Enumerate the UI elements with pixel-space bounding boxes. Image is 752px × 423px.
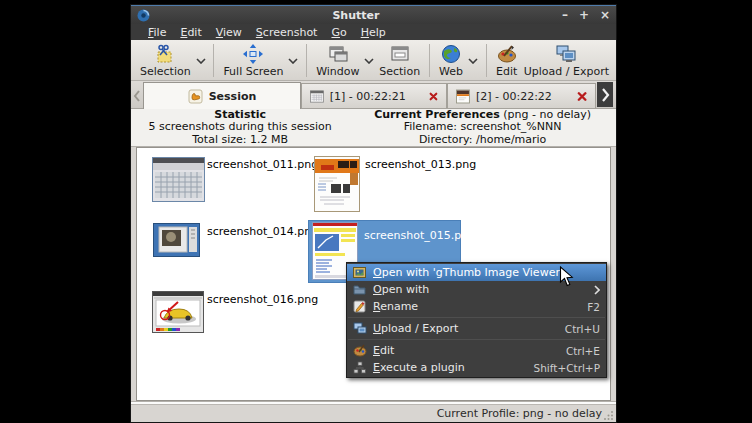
tab-bar: Session [1] - 00:22:21 [131,81,616,109]
shortcut-label: F2 [587,301,600,313]
open-with-folder-icon [352,283,367,296]
window-capture-icon [327,43,349,65]
current-profile-status: Current Profile: png - no delay [437,407,602,420]
session-tab-icon [188,89,203,104]
shutter-logo-icon [137,9,150,22]
menu-view[interactable]: View [209,26,249,39]
tab-session[interactable]: Session [143,82,301,109]
tab-scroll-left-icon[interactable] [131,84,143,108]
resize-grip[interactable] [604,410,614,420]
statistic-count: 5 screenshots during this session [131,121,349,134]
statistic-total-size: Total size: 1.2 MB [131,134,349,147]
edit-icon [496,43,518,65]
menu-screenshot[interactable]: Screenshot [249,26,325,39]
maximize-button[interactable]: + [579,9,589,21]
title-bar[interactable]: Shutter – + × [131,5,616,24]
screenshot-014-thumbnail[interactable] [153,223,200,257]
tab-screenshot-1[interactable]: [1] - 00:22:21 [301,83,447,108]
toolbar-separator [486,44,487,77]
plugin-diagram-icon [352,361,367,374]
tab-1-label: [1] - 00:22:21 [330,90,406,103]
window-capture-button[interactable]: Window [313,41,362,80]
toolbar-separator [213,44,214,77]
session-statistics-panel: Statistic 5 screenshots during this sess… [131,109,616,147]
edit-button[interactable]: Edit [493,41,521,80]
web-capture-icon [440,43,462,65]
desktop-background: Shutter – + × File Edit View Screenshot … [0,0,752,423]
selection-dropdown-chevron-icon[interactable] [194,41,208,80]
status-bar: Current Profile: png - no delay [131,404,616,422]
upload-export-button[interactable]: Upload / Export [521,41,612,80]
menu-help[interactable]: Help [354,26,393,39]
menu-item-upload-export[interactable]: Upload / Export Ctrl+U [347,320,606,337]
edit-palette-icon [352,344,367,357]
preferences-filename: Filename: screenshot_%NNN [349,121,616,134]
menu-bar: File Edit View Screenshot Go Help [131,24,616,40]
menu-item-edit[interactable]: Edit Ctrl+E [347,342,606,359]
tab-scroll-right-icon[interactable] [597,82,613,107]
menu-go[interactable]: Go [324,26,353,39]
selection-capture-icon [154,43,176,65]
menu-edit[interactable]: Edit [173,26,208,39]
tab-2-close-icon[interactable] [577,91,587,102]
web-dropdown-chevron-icon[interactable] [466,41,480,80]
menu-separator [348,339,605,340]
menu-item-execute-plugin[interactable]: Execute a plugin Shift+Ctrl+P [347,359,606,376]
tab-1-close-icon[interactable] [429,91,438,102]
file-label[interactable]: screenshot_014.png [207,225,318,238]
gthumb-icon [352,266,367,279]
rename-pencil-icon [352,300,367,313]
file-label[interactable]: screenshot_013.png [365,158,476,171]
shortcut-label: Ctrl+E [566,345,600,357]
selection-capture-button[interactable]: Selection [137,41,194,80]
shortcut-label: Shift+Ctrl+P [534,362,600,374]
current-preferences-title: Current Preferences [374,108,500,121]
screenshot-011-thumbnail[interactable] [152,157,205,202]
tab-2-thumbnail-icon [456,89,470,104]
toolbar-separator [306,44,307,77]
close-button[interactable]: × [600,9,610,21]
capture-toolbar: Selection Full Screen [131,40,616,81]
file-label[interactable]: screenshot_011.png [207,158,318,171]
statistic-title: Statistic [214,108,266,121]
submenu-arrow-icon [594,285,600,295]
preferences-directory: Directory: /home/mario [349,134,616,147]
fullscreen-capture-icon [242,43,264,65]
tab-2-label: [2] - 00:22:22 [476,90,552,103]
section-capture-button[interactable]: Section [376,41,423,80]
tab-session-label: Session [209,90,257,103]
screenshot-016-thumbnail[interactable] [152,291,204,333]
tab-screenshot-2[interactable]: [2] - 00:22:22 [447,83,596,108]
fullscreen-dropdown-chevron-icon[interactable] [287,41,301,80]
minimize-button[interactable]: – [562,9,568,21]
web-capture-button[interactable]: Web [436,41,466,80]
section-capture-icon [389,43,411,65]
current-preferences-profile: (png - no delay) [500,108,591,121]
file-label[interactable]: screenshot_016.png [207,293,318,306]
menu-separator [348,317,605,318]
screenshot-013-thumbnail[interactable] [314,156,360,212]
shortcut-label: Ctrl+U [565,323,600,335]
menu-file[interactable]: File [141,26,173,39]
file-label-selected[interactable]: screenshot_015.png [364,229,475,242]
mouse-cursor [559,266,574,287]
tab-1-thumbnail-icon [310,89,324,104]
window-title: Shutter [150,9,562,22]
upload-export-icon [352,322,367,335]
toolbar-separator [429,44,430,77]
fullscreen-capture-button[interactable]: Full Screen [220,41,286,80]
upload-export-icon [555,43,577,65]
window-dropdown-chevron-icon[interactable] [363,41,377,80]
menu-item-rename[interactable]: Rename F2 [347,298,606,315]
